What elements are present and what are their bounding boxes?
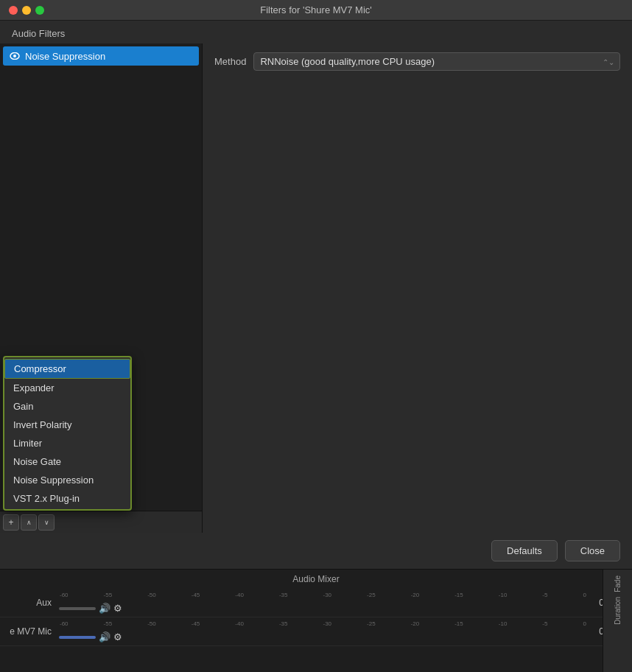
tick-shure-3: -45 <box>192 620 200 627</box>
mixer-shure-volume-slider[interactable] <box>59 636 96 639</box>
bottom-buttons: Defaults Close <box>0 533 632 569</box>
defaults-button[interactable]: Defaults <box>491 540 558 561</box>
mixer-aux-label: Aux <box>7 598 52 608</box>
tick-shure-10: -10 <box>499 620 508 627</box>
tick-aux-11: -5 <box>542 592 547 598</box>
audio-mixer-section: Audio Mixer ⊡ Aux -60 -55 -50 -45 -40 -3… <box>0 569 632 672</box>
tick-aux-0: -60 <box>60 592 69 598</box>
left-panel: Noise Suppression + ∧ ∨ Compressor Expan… <box>0 43 203 533</box>
mixer-row-aux: Aux -60 -55 -50 -45 -40 -35 -30 -25 -20 … <box>0 589 632 617</box>
fade-duration-panel: Fade Duration <box>603 570 632 672</box>
left-toolbar: + ∧ ∨ <box>0 511 202 533</box>
mixer-aux-icon-settings[interactable]: ⚙ <box>113 603 122 614</box>
filter-item-label: Noise Suppression <box>25 51 105 62</box>
filter-window: Audio Filters Noise Suppression + ∧ ∨ <box>0 21 632 672</box>
mixer-shure-icon-settings[interactable]: ⚙ <box>113 631 122 643</box>
tick-shure-9: -15 <box>454 620 463 627</box>
close-filter-button[interactable]: Close <box>565 540 620 561</box>
mixer-header: Audio Mixer ⊡ <box>0 570 632 589</box>
mixer-row-shure: e MV7 Mic -60 -55 -50 -45 -40 -35 -30 -2… <box>0 617 632 646</box>
tick-aux-5: -35 <box>279 592 288 598</box>
tick-shure-6: -30 <box>323 620 331 627</box>
mixer-aux-icon-speaker[interactable]: 🔊 <box>99 603 110 614</box>
add-filter-button[interactable]: + <box>3 514 19 531</box>
method-select-wrapper[interactable]: RNNoise (good quality,more CPU usage)Spe… <box>253 52 620 71</box>
method-row: Method RNNoise (good quality,more CPU us… <box>214 52 620 71</box>
dropdown-item-noise-suppression[interactable]: Noise Suppression <box>4 471 130 489</box>
tick-shure-0: -60 <box>60 620 69 627</box>
close-button[interactable] <box>9 6 18 15</box>
up-filter-button[interactable]: ∧ <box>21 514 37 531</box>
tick-aux-1: -55 <box>104 592 113 598</box>
tick-shure-2: -50 <box>147 620 156 627</box>
tick-aux-9: -15 <box>454 592 463 598</box>
tick-shure-11: -5 <box>542 620 547 627</box>
dropdown-item-gain[interactable]: Gain <box>4 397 130 416</box>
minimize-button[interactable] <box>22 6 31 15</box>
eye-icon <box>9 50 21 62</box>
window-title: Filters for 'Shure MV7 Mic' <box>260 4 372 15</box>
tick-aux-8: -20 <box>411 592 420 598</box>
tick-shure-7: -25 <box>367 620 376 627</box>
mixer-shure-icon-speaker[interactable]: 🔊 <box>99 631 110 643</box>
tick-aux-4: -40 <box>235 592 244 598</box>
right-panel: Method RNNoise (good quality,more CPU us… <box>203 43 632 533</box>
filter-item-noise-suppression[interactable]: Noise Suppression <box>3 46 199 66</box>
dropdown-item-compressor[interactable]: Compressor <box>4 359 130 379</box>
maximize-button[interactable] <box>35 6 44 15</box>
mixer-aux-volume-slider[interactable] <box>59 607 96 610</box>
filter-body: Noise Suppression + ∧ ∨ Compressor Expan… <box>0 43 632 533</box>
mixer-title: Audio Mixer <box>292 574 339 584</box>
down-filter-button[interactable]: ∨ <box>38 514 55 531</box>
method-label: Method <box>214 56 246 67</box>
tick-aux-12: 0 <box>583 592 586 598</box>
tick-aux-2: -50 <box>147 592 156 598</box>
tick-shure-8: -20 <box>411 620 420 627</box>
tick-shure-5: -35 <box>279 620 288 627</box>
dropdown-item-vst-plugin[interactable]: VST 2.x Plug-in <box>4 489 130 508</box>
dropdown-item-expander[interactable]: Expander <box>4 379 130 397</box>
dropdown-item-noise-gate[interactable]: Noise Gate <box>4 452 130 471</box>
tick-shure-1: -55 <box>104 620 113 627</box>
tick-aux-7: -25 <box>367 592 376 598</box>
tick-aux-10: -10 <box>499 592 508 598</box>
tick-shure-12: 0 <box>583 620 586 627</box>
dropdown-item-limiter[interactable]: Limiter <box>4 434 130 452</box>
audio-filters-label: Audio Filters <box>0 21 632 43</box>
fade-label: Fade <box>614 575 622 592</box>
window-controls[interactable] <box>9 6 44 15</box>
titlebar: Filters for 'Shure MV7 Mic' <box>0 0 632 21</box>
tick-aux-3: -45 <box>192 592 200 598</box>
svg-point-1 <box>13 55 16 57</box>
duration-label: Duration <box>614 597 622 625</box>
tick-shure-4: -40 <box>235 620 244 627</box>
mixer-shure-label: e MV7 Mic <box>7 626 52 637</box>
tick-aux-6: -30 <box>323 592 331 598</box>
dropdown-item-invert-polarity[interactable]: Invert Polarity <box>4 416 130 434</box>
method-select[interactable]: RNNoise (good quality,more CPU usage)Spe… <box>253 52 620 71</box>
add-filter-dropdown: Compressor Expander Gain Invert Polarity… <box>3 356 132 511</box>
